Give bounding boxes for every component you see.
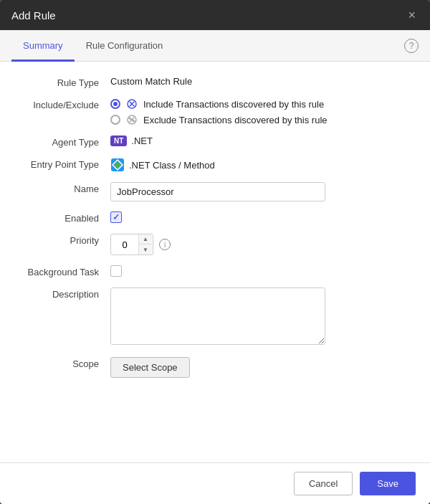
name-input[interactable] bbox=[110, 182, 325, 201]
description-label: Description bbox=[17, 287, 110, 300]
description-field-wrap bbox=[110, 287, 413, 347]
exclude-radio-item[interactable]: Exclude Transactions discovered by this … bbox=[110, 114, 413, 125]
modal-title: Add Rule bbox=[11, 9, 56, 22]
include-exclude-row: Include/Exclude Include Transactions dis… bbox=[17, 98, 413, 125]
agent-type-text: .NET bbox=[131, 135, 153, 146]
modal-body: Rule Type Custom Match Rule Include/Excl… bbox=[0, 62, 430, 462]
description-row: Description bbox=[17, 287, 413, 347]
include-exclude-options: Include Transactions discovered by this … bbox=[110, 98, 413, 125]
include-radio-circle[interactable] bbox=[110, 99, 120, 109]
background-task-checkbox[interactable] bbox=[110, 265, 122, 277]
priority-input[interactable] bbox=[111, 237, 138, 253]
entry-point-label: Entry Point Type bbox=[17, 158, 110, 170]
tab-rule-configuration[interactable]: Rule Configuration bbox=[75, 30, 175, 62]
add-rule-modal: Add Rule × Summary Rule Configuration ? … bbox=[0, 0, 430, 504]
priority-up-arrow[interactable]: ▲ bbox=[139, 234, 152, 244]
description-textarea[interactable] bbox=[110, 287, 325, 345]
priority-input-wrap: ▲ ▼ bbox=[110, 234, 153, 255]
radio-group: Include Transactions discovered by this … bbox=[110, 98, 413, 125]
agent-type-label: Agent Type bbox=[17, 135, 110, 148]
close-button[interactable]: × bbox=[405, 9, 419, 22]
include-sync-icon bbox=[125, 98, 139, 110]
name-field-wrap bbox=[110, 182, 413, 201]
scope-label: Scope bbox=[17, 357, 110, 369]
priority-row: Priority ▲ ▼ i bbox=[17, 234, 413, 255]
name-label: Name bbox=[17, 182, 110, 194]
rule-type-label: Rule Type bbox=[17, 76, 110, 88]
scope-field: Select Scope bbox=[110, 357, 413, 378]
enabled-checkbox[interactable]: ✓ bbox=[110, 211, 122, 223]
agent-type-value: NT .NET bbox=[110, 135, 413, 146]
enabled-row: Enabled ✓ bbox=[17, 211, 413, 224]
priority-down-arrow[interactable]: ▼ bbox=[139, 244, 152, 255]
exclude-sync-icon bbox=[125, 114, 139, 125]
rule-type-value: Custom Match Rule bbox=[110, 76, 413, 87]
include-exclude-label: Include/Exclude bbox=[17, 98, 110, 110]
modal-footer: Cancel Save bbox=[0, 462, 430, 504]
priority-field: ▲ ▼ i bbox=[110, 234, 413, 255]
background-task-row: Background Task bbox=[17, 265, 413, 277]
include-radio-label: Include Transactions discovered by this … bbox=[143, 99, 324, 110]
background-task-label: Background Task bbox=[17, 265, 110, 277]
agent-type-badge: NT bbox=[110, 135, 127, 146]
agent-type-row: Agent Type NT .NET bbox=[17, 135, 413, 148]
entry-point-text: .NET Class / Method bbox=[129, 160, 215, 171]
background-task-field bbox=[110, 265, 413, 277]
tabs-bar: Summary Rule Configuration ? bbox=[0, 30, 430, 62]
entry-point-row: Entry Point Type .NET Class / Method bbox=[17, 158, 413, 172]
scope-row: Scope Select Scope bbox=[17, 357, 413, 378]
select-scope-button[interactable]: Select Scope bbox=[110, 357, 190, 378]
modal-header: Add Rule × bbox=[0, 0, 430, 30]
enabled-field: ✓ bbox=[110, 211, 413, 223]
cancel-button[interactable]: Cancel bbox=[294, 472, 353, 495]
enabled-label: Enabled bbox=[17, 211, 110, 224]
priority-label: Priority bbox=[17, 234, 110, 246]
exclude-radio-label: Exclude Transactions discovered by this … bbox=[143, 115, 328, 125]
include-radio-item[interactable]: Include Transactions discovered by this … bbox=[110, 98, 413, 110]
save-button[interactable]: Save bbox=[360, 472, 416, 495]
entry-point-icon bbox=[110, 158, 125, 172]
priority-info-icon[interactable]: i bbox=[159, 239, 171, 250]
name-row: Name bbox=[17, 182, 413, 201]
checkmark-icon: ✓ bbox=[113, 213, 120, 222]
tab-summary[interactable]: Summary bbox=[11, 30, 75, 62]
help-icon[interactable]: ? bbox=[404, 39, 419, 53]
priority-arrows: ▲ ▼ bbox=[138, 234, 152, 255]
entry-point-value: .NET Class / Method bbox=[110, 158, 413, 172]
rule-type-row: Rule Type Custom Match Rule bbox=[17, 76, 413, 88]
exclude-radio-circle[interactable] bbox=[110, 115, 120, 125]
